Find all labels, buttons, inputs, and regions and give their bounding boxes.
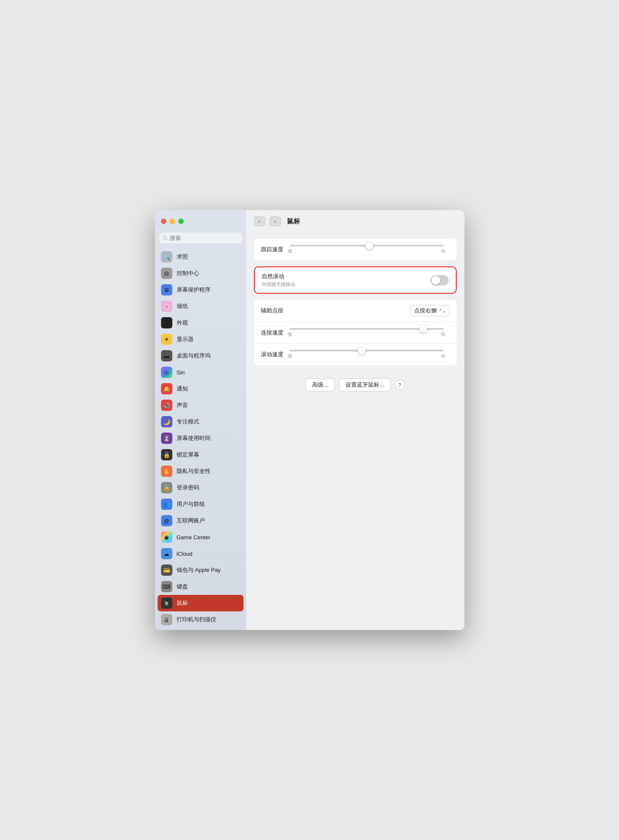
natural-scroll-label: 自然滚动 xyxy=(262,272,295,280)
tracking-speed-thumb[interactable] xyxy=(365,242,373,249)
secondary-click-label: 辅助点按 xyxy=(261,307,283,315)
scroll-speed-track[interactable] xyxy=(290,350,444,351)
back-button[interactable]: ‹ xyxy=(254,217,265,226)
search-icon xyxy=(163,235,168,241)
sidebar-item-label-siri: Siri xyxy=(177,369,185,376)
forward-button[interactable]: › xyxy=(270,217,281,226)
dayin-icon: 🖨 xyxy=(161,614,172,625)
content-area: 跟踪速度 慢 快 自然滚动 xyxy=(246,233,464,630)
minimize-button[interactable] xyxy=(170,219,175,224)
maximize-button[interactable] xyxy=(178,219,184,224)
natural-scroll-toggle[interactable] xyxy=(431,275,449,285)
sidebar-item-xianshi[interactable]: ☀显示器 xyxy=(158,331,244,348)
sidebar-item-label-hulianwang: 互联网账户 xyxy=(177,517,205,525)
sidebar-item-label-icloud: iCloud xyxy=(177,551,193,557)
sidebar-item-label-xianshi: 显示器 xyxy=(177,335,194,343)
titlebar xyxy=(155,210,246,233)
click-speed-thumb[interactable] xyxy=(419,325,427,333)
zhuomian-icon: ▬ xyxy=(161,350,172,361)
qiuzhao-icon: 🔍 xyxy=(161,251,172,262)
natural-scroll-toggle-container xyxy=(431,275,449,285)
sidebar-item-mima[interactable]: 🔒登录密码 xyxy=(158,479,244,496)
tongzhi-icon: 🔔 xyxy=(161,383,172,394)
sidebar-item-label-qianbao: 钱包与 Apple Pay xyxy=(177,566,221,574)
bluetooth-button[interactable]: 设置蓝牙鼠标... xyxy=(339,378,391,391)
sidebar-item-zhuanzhu[interactable]: 🌙专注模式 xyxy=(158,413,244,430)
jianpan-icon: ⌨ xyxy=(161,581,172,592)
sidebar-item-waiguan[interactable]: ◑外观 xyxy=(158,315,244,331)
secondary-click-row: 辅助点按 点按右侧 ⌃⌄ xyxy=(254,300,457,322)
pingmushijian-icon: ⏳ xyxy=(161,433,172,444)
click-fast-label: 快 xyxy=(441,331,445,338)
sidebar-item-pingmu[interactable]: 🖥屏幕保护程序 xyxy=(158,282,244,298)
mima-icon: 🔒 xyxy=(161,482,172,493)
sidebar-item-label-shubiao: 鼠标 xyxy=(177,599,188,607)
sidebar-item-label-jianpan: 键盘 xyxy=(177,583,188,591)
scroll-speed-labels: 慢 快 xyxy=(288,353,445,359)
yonghu-icon: 👥 xyxy=(161,499,172,510)
zhuanzhu-icon: 🌙 xyxy=(161,416,172,427)
sidebar-item-zhuomian[interactable]: ▬桌面与程序坞 xyxy=(158,348,244,364)
advanced-button[interactable]: 高级... xyxy=(306,378,335,391)
svg-line-1 xyxy=(166,239,167,240)
help-button[interactable]: ? xyxy=(395,380,405,390)
mouse-options-section: 辅助点按 点按右侧 ⌃⌄ 连按速度 xyxy=(254,300,457,365)
scroll-slow-label: 慢 xyxy=(288,353,292,359)
sidebar-item-label-suoding: 锁定屏幕 xyxy=(177,451,199,459)
sidebar-item-label-yonghu: 用户与群组 xyxy=(177,500,205,508)
scroll-speed-row: 滚动速度 慢 快 xyxy=(254,344,457,365)
search-bar[interactable] xyxy=(159,233,242,243)
sidebar-item-shubiao[interactable]: 🖱鼠标 xyxy=(158,595,244,611)
icloud-icon: ☁ xyxy=(161,548,172,559)
tracking-speed-track[interactable] xyxy=(290,245,444,246)
sidebar-item-icloud[interactable]: ☁iCloud xyxy=(158,545,244,562)
bizhi-icon: 🌸 xyxy=(161,301,172,312)
secondary-click-value: 点按右侧 xyxy=(414,307,437,315)
tracking-speed-labels: 慢 快 xyxy=(288,248,445,254)
sidebar-item-shengyin[interactable]: 🔊声音 xyxy=(158,397,244,413)
sidebar-item-qiuzhao[interactable]: 🔍求照 xyxy=(158,249,244,265)
sidebar-item-label-dayin: 打印机与扫描仪 xyxy=(177,616,216,623)
click-speed-track[interactable] xyxy=(290,328,444,330)
scroll-fast-label: 快 xyxy=(441,353,445,359)
sidebar-item-kongzhi[interactable]: ⊟控制中心 xyxy=(158,265,244,282)
click-speed-row: 连按速度 慢 快 xyxy=(254,322,457,344)
suoding-icon: 🔒 xyxy=(161,449,172,460)
close-button[interactable] xyxy=(161,219,166,224)
natural-scroll-section: 自然滚动 内容随手指移动 xyxy=(254,266,457,294)
tracking-speed-label: 跟踪速度 xyxy=(261,246,283,253)
shengyin-icon: 🔊 xyxy=(161,400,172,411)
tracking-speed-section: 跟踪速度 慢 快 xyxy=(254,239,457,260)
sidebar-item-yinsi[interactable]: ✋隐私与安全性 xyxy=(158,463,244,479)
click-slow-label: 慢 xyxy=(288,331,292,338)
sidebar-item-dayin[interactable]: 🖨打印机与扫描仪 xyxy=(158,611,244,628)
sidebar-item-siri[interactable]: ◎Siri xyxy=(158,364,244,381)
gamecenter-icon: ◉ xyxy=(161,532,172,543)
secondary-click-dropdown[interactable]: 点按右侧 ⌃⌄ xyxy=(410,305,450,316)
sidebar-item-pingmushijian[interactable]: ⏳屏幕使用时间 xyxy=(158,430,244,446)
tracking-slow-label: 慢 xyxy=(288,248,292,254)
sidebar-item-label-zhuomian: 桌面与程序坞 xyxy=(177,352,211,360)
qianbao-icon: 💳 xyxy=(161,564,172,576)
sidebar-item-bizhi[interactable]: 🌸墙纸 xyxy=(158,298,244,315)
sidebar-item-label-pingmushijian: 屏幕使用时间 xyxy=(177,434,211,442)
sidebar-item-suoding[interactable]: 🔒锁定屏幕 xyxy=(158,446,244,463)
tracking-speed-row: 跟踪速度 慢 快 xyxy=(254,239,457,260)
natural-scroll-sub-label: 内容随手指移动 xyxy=(262,281,295,288)
click-speed-slider-container: 慢 快 xyxy=(283,328,450,338)
sidebar-item-label-waiguan: 外观 xyxy=(177,319,188,327)
scroll-speed-thumb[interactable] xyxy=(358,347,365,354)
sidebar-item-hulianwang[interactable]: @互联网账户 xyxy=(158,512,244,529)
search-input[interactable] xyxy=(170,235,238,241)
main-titlebar: ‹ › 鼠标 xyxy=(246,210,464,233)
sidebar-list: 🔍求照⊟控制中心🖥屏幕保护程序🌸墙纸◑外观☀显示器▬桌面与程序坞◎Siri🔔通知… xyxy=(155,248,246,630)
sidebar-item-tongzhi[interactable]: 🔔通知 xyxy=(158,381,244,397)
sidebar-item-gamecenter[interactable]: ◉Game Center xyxy=(158,529,244,545)
sidebar-item-qianbao[interactable]: 💳钱包与 Apple Pay xyxy=(158,562,244,578)
kongzhi-icon: ⊟ xyxy=(161,268,172,279)
sidebar-item-jianpan[interactable]: ⌨键盘 xyxy=(158,578,244,595)
sidebar-item-label-mima: 登录密码 xyxy=(177,484,199,492)
sidebar-item-label-qiuzhao: 求照 xyxy=(177,253,188,261)
sidebar: 🔍求照⊟控制中心🖥屏幕保护程序🌸墙纸◑外观☀显示器▬桌面与程序坞◎Siri🔔通知… xyxy=(155,210,246,630)
sidebar-item-yonghu[interactable]: 👥用户与群组 xyxy=(158,496,244,512)
